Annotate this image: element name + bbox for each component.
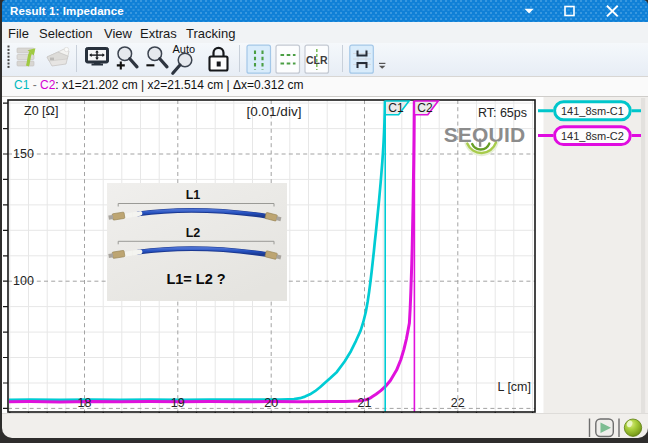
svg-text:C2: C2 [417,101,433,115]
svg-text:150: 150 [13,147,34,161]
svg-text:100: 100 [13,274,34,288]
svg-text:21: 21 [358,396,372,410]
svg-text:22: 22 [451,396,465,410]
svg-text:141_8sm-C2: 141_8sm-C2 [561,130,624,142]
svg-text:SEOUID: SEOUID [444,123,526,146]
svg-text:RT: 65ps: RT: 65ps [478,106,527,120]
svg-text:L1: L1 [186,188,201,202]
svg-text:L2: L2 [186,226,201,240]
svg-text:L [cm]: L [cm] [497,380,531,394]
svg-text:141_8sm-C1: 141_8sm-C1 [561,105,624,117]
svg-text:19: 19 [171,396,185,410]
svg-text:CLR: CLR [306,54,328,66]
svg-text:C1: C1 [388,101,404,115]
svg-text:20: 20 [264,396,278,410]
svg-text:L1= L2 ?: L1= L2 ? [166,271,225,287]
svg-text:18: 18 [78,396,92,410]
svg-text:[0.01/div]: [0.01/div] [247,104,302,119]
svg-text:Z0 [Ω]: Z0 [Ω] [24,104,58,118]
